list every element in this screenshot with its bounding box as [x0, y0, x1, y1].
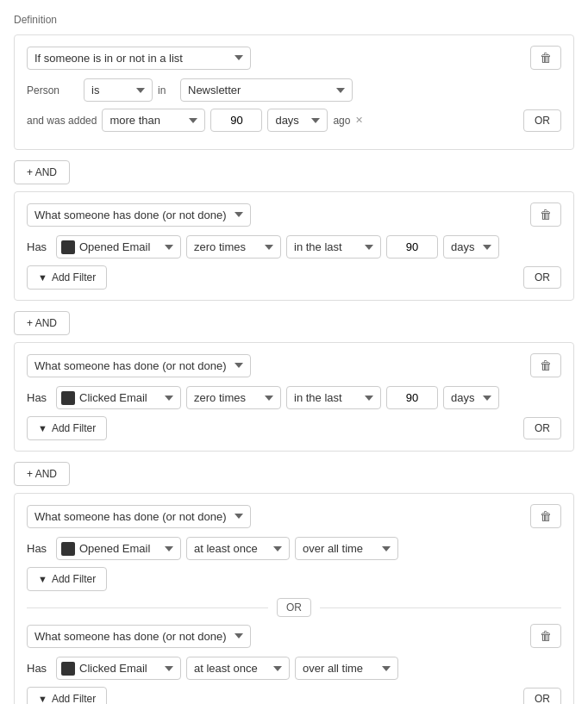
clicked-atleast-has-row: Has Opened Email Clicked Email zero time…	[27, 657, 561, 680]
opened-zero-event-wrapper: Opened Email Clicked Email	[56, 235, 181, 259]
opened-zero-footer: ▼ Add Filter OR	[27, 265, 561, 290]
delete-clicked-atleast-inner-button[interactable]: 🗑	[530, 624, 561, 648]
opened-zero-frequency-select[interactable]: zero times at least once more than	[186, 235, 281, 259]
clicked-zero-event-select[interactable]: Opened Email Clicked Email	[56, 386, 181, 409]
block-header-opened-zero: What someone has done (or not done) 🗑	[27, 202, 561, 227]
added-days-select[interactable]: days weeks months	[267, 109, 328, 132]
clicked-zero-time-select[interactable]: in the last over all time	[286, 386, 381, 409]
in-label: in	[158, 84, 175, 97]
opened-atleast-add-filter-button[interactable]: ▼ Add Filter	[27, 567, 107, 591]
opened-atleast-event-wrapper: Opened Email Clicked Email	[56, 537, 181, 560]
has-label-2: Has	[27, 391, 51, 404]
opened-atleast-time-select[interactable]: in the last over all time	[295, 537, 398, 560]
or-divider-line-left	[27, 607, 268, 608]
or-divider: OR	[27, 598, 561, 617]
filter-icon-4: ▼	[38, 694, 47, 704]
opened-atleast-event-select[interactable]: Opened Email Clicked Email	[56, 537, 181, 560]
and-button-3[interactable]: + AND	[14, 462, 70, 486]
person-label: Person	[27, 84, 78, 97]
clicked-atleast-frequency-select[interactable]: zero times at least once more than	[186, 657, 290, 680]
block-header-clicked-atleast-inner: What someone has done (or not done) 🗑	[27, 624, 561, 648]
has-label-1: Has	[27, 240, 51, 253]
clicked-zero-has-row: Has Opened Email Clicked Email zero time…	[27, 386, 561, 409]
and-button-1[interactable]: + AND	[14, 160, 70, 184]
opened-zero-event-select[interactable]: Opened Email Clicked Email	[56, 235, 181, 259]
ago-tag: ago ✕	[333, 115, 365, 127]
ago-remove-button[interactable]: ✕	[353, 115, 365, 126]
or-divider-label: OR	[277, 598, 311, 617]
opened-atleast-frequency-select[interactable]: zero times at least once more than	[186, 537, 290, 560]
list-or-button[interactable]: OR	[523, 109, 561, 132]
clicked-atleast-add-filter-button[interactable]: ▼ Add Filter	[27, 687, 107, 704]
has-label-3: Has	[27, 542, 51, 555]
delete-opened-atleast-button[interactable]: 🗑	[530, 504, 561, 528]
clicked-atleast-event-wrapper: Opened Email Clicked Email	[56, 657, 181, 680]
or-divider-line-right	[320, 607, 561, 608]
clicked-zero-footer: ▼ Add Filter OR	[27, 416, 561, 440]
opened-zero-dropdown[interactable]: What someone has done (or not done)	[27, 203, 251, 227]
opened-zero-days-select[interactable]: days weeks months	[443, 235, 499, 259]
clicked-email-zero-block: What someone has done (or not done) 🗑 Ha…	[14, 342, 574, 452]
clicked-atleast-inner-dropdown[interactable]: What someone has done (or not done)	[27, 625, 251, 648]
clicked-zero-or-button[interactable]: OR	[523, 417, 561, 439]
newsletter-select[interactable]: Newsletter	[180, 78, 353, 102]
clicked-zero-dropdown[interactable]: What someone has done (or not done)	[27, 354, 251, 377]
opened-atleast-has-row: Has Opened Email Clicked Email zero time…	[27, 537, 561, 560]
delete-list-block-button[interactable]: 🗑	[530, 46, 561, 70]
delete-clicked-zero-button[interactable]: 🗑	[530, 353, 561, 377]
clicked-atleast-event-select[interactable]: Opened Email Clicked Email	[56, 657, 181, 680]
opened-atleast-dropdown[interactable]: What someone has done (or not done)	[27, 505, 251, 528]
filter-icon-2: ▼	[38, 423, 47, 433]
opened-atleast-footer: ▼ Add Filter	[27, 567, 561, 591]
added-row: and was added more than less than exactl…	[27, 109, 561, 132]
added-number-input[interactable]	[210, 109, 262, 132]
opened-zero-or-button[interactable]: OR	[523, 266, 561, 289]
opened-zero-time-select[interactable]: in the last over all time	[286, 235, 381, 259]
clicked-atleast-time-select[interactable]: in the last over all time	[295, 657, 398, 680]
block-header-list: If someone is in or not in a list 🗑	[27, 46, 561, 70]
opened-email-zero-block: What someone has done (or not done) 🗑 Ha…	[14, 191, 574, 301]
has-label-4: Has	[27, 662, 51, 675]
filter-icon-1: ▼	[38, 272, 47, 283]
clicked-zero-frequency-select[interactable]: zero times at least once more than	[186, 386, 281, 409]
and-button-2[interactable]: + AND	[14, 311, 70, 335]
clicked-atleast-or-button[interactable]: OR	[523, 688, 561, 704]
added-condition-select[interactable]: more than less than exactly	[102, 109, 205, 132]
person-is-select[interactable]: is is not	[84, 78, 153, 102]
filter-icon-3: ▼	[38, 574, 47, 584]
and-was-added-label: and was added	[27, 115, 97, 127]
clicked-zero-days-select[interactable]: days weeks months	[443, 386, 499, 409]
clicked-atleast-footer: ▼ Add Filter OR	[27, 687, 561, 704]
opened-zero-has-row: Has Opened Email Clicked Email zero time…	[27, 235, 561, 259]
clicked-zero-number-input[interactable]	[386, 386, 438, 409]
person-row: Person is is not in Newsletter	[27, 78, 561, 102]
opened-zero-number-input[interactable]	[386, 235, 438, 259]
opened-atleast-block: What someone has done (or not done) 🗑 Ha…	[14, 493, 574, 704]
clicked-zero-event-wrapper: Opened Email Clicked Email	[56, 386, 181, 409]
block-header-clicked-zero: What someone has done (or not done) 🗑	[27, 353, 561, 377]
list-condition-dropdown[interactable]: If someone is in or not in a list	[27, 47, 251, 70]
opened-zero-add-filter-button[interactable]: ▼ Add Filter	[27, 265, 107, 290]
list-condition-block: If someone is in or not in a list 🗑 Pers…	[14, 34, 574, 150]
block-header-opened-atleast: What someone has done (or not done) 🗑	[27, 504, 561, 528]
delete-opened-zero-button[interactable]: 🗑	[530, 202, 561, 227]
clicked-zero-add-filter-button[interactable]: ▼ Add Filter	[27, 416, 107, 440]
definition-label: Definition	[14, 14, 574, 26]
